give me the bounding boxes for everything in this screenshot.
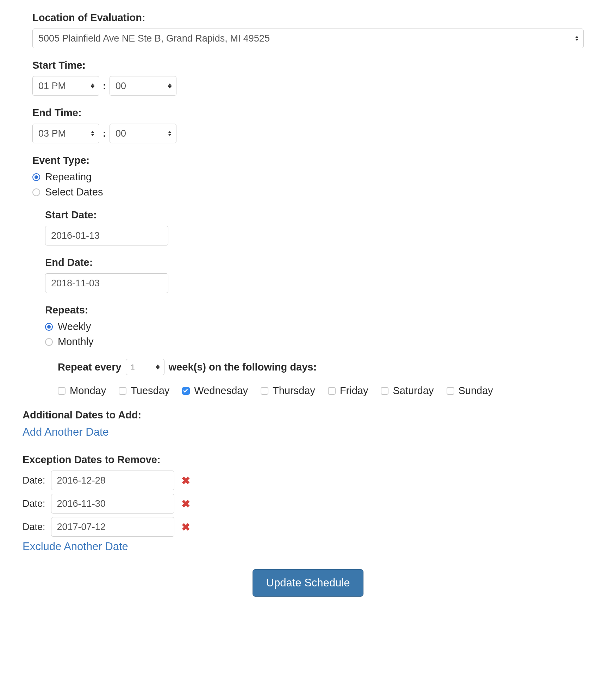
day-wednesday-label: Wednesday [194,385,248,397]
repeats-monthly-text: Monthly [58,336,94,348]
day-monday-checkbox[interactable] [58,387,66,395]
exception-row: Date: ✖ [23,517,584,537]
time-colon: : [103,81,106,92]
start-hour-wrap: 01 PM [32,76,99,96]
exception-date-input[interactable] [51,517,174,537]
repeat-every-select[interactable]: 1 [126,359,164,375]
time-colon: : [103,128,106,139]
day-monday-label: Monday [70,385,106,397]
event-type-select-dates-radio[interactable] [32,188,40,196]
event-type-select-dates-text: Select Dates [45,186,103,198]
day-saturday-checkbox[interactable] [381,387,388,395]
day-thursday-checkbox[interactable] [261,387,268,395]
exception-dates-label: Exception Dates to Remove: [23,454,584,466]
day-wednesday-checkbox[interactable] [182,387,190,395]
repeats-weekly-radio[interactable] [45,323,53,331]
exception-date-row-label: Date: [23,498,45,509]
day-tuesday-label: Tuesday [131,385,169,397]
day-tuesday-checkbox[interactable] [119,387,126,395]
day-sunday-checkbox[interactable] [447,387,454,395]
exception-date-input[interactable] [51,494,174,514]
start-hour-select[interactable]: 01 PM [32,76,99,96]
repeat-every-suffix: week(s) on the following days: [169,361,317,373]
exception-row: Date: ✖ [23,494,584,514]
repeats-weekly-text: Weekly [58,321,91,332]
location-select[interactable]: 5005 Plainfield Ave NE Ste B, Grand Rapi… [32,29,584,48]
day-saturday-label: Saturday [393,385,434,397]
start-date-input[interactable] [45,226,168,245]
end-minute-select[interactable]: 00 [110,124,176,143]
day-friday-label: Friday [340,385,368,397]
repeats-label: Repeats: [45,304,584,316]
add-another-date-link[interactable]: Add Another Date [23,426,584,438]
end-hour-select[interactable]: 03 PM [32,124,99,143]
event-type-repeating-radio[interactable] [32,173,40,181]
additional-dates-label: Additional Dates to Add: [23,409,584,421]
location-select-wrap: 5005 Plainfield Ave NE Ste B, Grand Rapi… [32,29,584,48]
day-friday-checkbox[interactable] [328,387,336,395]
remove-date-icon[interactable]: ✖ [181,498,190,510]
start-date-label: Start Date: [45,209,584,221]
exception-date-input[interactable] [51,471,174,490]
remove-date-icon[interactable]: ✖ [181,474,190,487]
start-minute-wrap: 00 [110,76,176,96]
day-thursday-label: Thursday [273,385,315,397]
update-schedule-button[interactable]: Update Schedule [253,569,364,597]
end-time-label: End Time: [32,107,584,119]
location-label: Location of Evaluation: [32,12,584,24]
repeats-monthly-radio[interactable] [45,338,53,346]
start-time-label: Start Time: [32,60,584,71]
end-date-label: End Date: [45,257,584,268]
remove-date-icon[interactable]: ✖ [181,521,190,533]
exclude-another-date-link[interactable]: Exclude Another Date [23,540,584,553]
repeat-every-prefix: Repeat every [58,361,122,373]
exception-row: Date: ✖ [23,471,584,490]
day-sunday-label: Sunday [459,385,493,397]
repeat-every-wrap: 1 [126,359,164,375]
exception-date-row-label: Date: [23,475,45,486]
end-minute-wrap: 00 [110,124,176,143]
event-type-label: Event Type: [32,155,584,166]
event-type-repeating-text: Repeating [45,171,92,183]
end-hour-wrap: 03 PM [32,124,99,143]
start-minute-select[interactable]: 00 [110,76,176,96]
exception-date-row-label: Date: [23,522,45,533]
end-date-input[interactable] [45,273,168,293]
